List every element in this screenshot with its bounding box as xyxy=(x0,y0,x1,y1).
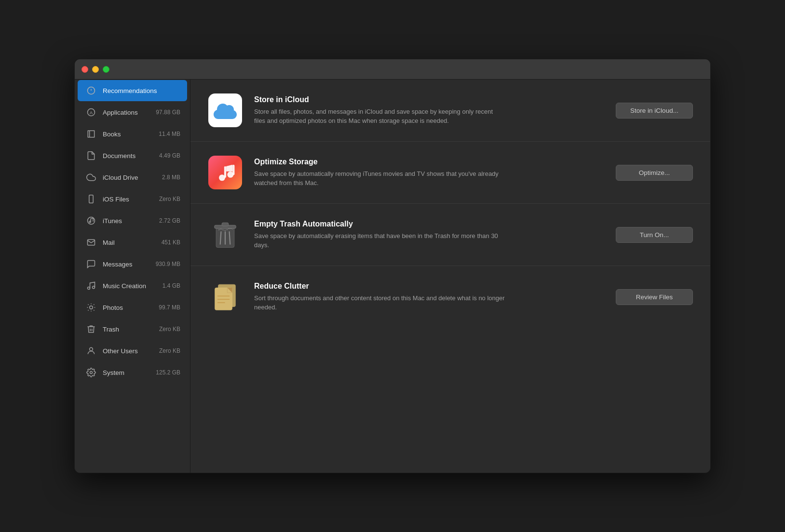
sidebar-size-ios-files: Zero KB xyxy=(159,196,180,202)
sidebar-item-system[interactable]: System125.2 GB xyxy=(78,362,187,383)
rec-desc-empty-trash: Save space by automatically erasing item… xyxy=(254,231,505,250)
rec-button-icloud[interactable]: Store in iCloud... xyxy=(616,103,693,119)
sidebar-label-books: Books xyxy=(103,131,157,138)
sidebar-item-photos[interactable]: Photos99.7 MB xyxy=(78,297,187,318)
sidebar-size-system: 125.2 GB xyxy=(156,369,180,376)
rec-icon-optimize xyxy=(208,155,243,190)
sidebar-label-recommendations: Recommendations xyxy=(103,87,180,94)
sidebar-label-mail: Mail xyxy=(103,239,160,246)
rec-desc-reduce-clutter: Sort through documents and other content… xyxy=(254,293,505,312)
svg-rect-28 xyxy=(232,165,234,175)
sidebar-item-other-users[interactable]: Other UsersZero KB xyxy=(78,340,187,361)
applications-icon: A xyxy=(84,106,98,119)
svg-point-12 xyxy=(93,286,95,289)
recommendation-optimize: Optimize Storage Save space by automatic… xyxy=(190,142,710,204)
mail-icon xyxy=(84,236,98,249)
documents-icon xyxy=(84,149,98,162)
music-icon xyxy=(208,156,242,189)
sidebar-label-messages: Messages xyxy=(103,261,154,268)
sidebar-item-applications[interactable]: A Applications97.88 GB xyxy=(78,102,187,123)
rec-button-empty-trash[interactable]: Turn On... xyxy=(616,227,693,243)
sidebar-item-recommendations[interactable]: Recommendations xyxy=(78,80,187,101)
sidebar-label-system: System xyxy=(103,369,154,376)
trash-icon xyxy=(84,322,98,336)
sidebar-label-ios-files: iOS Files xyxy=(103,196,157,203)
sidebar-label-other-users: Other Users xyxy=(103,347,157,355)
rec-title-optimize: Optimize Storage xyxy=(254,158,604,166)
svg-point-22 xyxy=(90,347,93,351)
rec-desc-icloud: Store all files, photos, and messages in… xyxy=(254,107,505,126)
rec-title-empty-trash: Empty Trash Automatically xyxy=(254,220,604,228)
rec-text-optimize: Optimize Storage Save space by automatic… xyxy=(254,158,604,188)
music-creation-icon xyxy=(84,279,98,293)
svg-rect-26 xyxy=(224,166,226,178)
main-panel: Store in iCloud Store all files, photos,… xyxy=(190,80,710,473)
sidebar-item-mail[interactable]: Mail451 KB xyxy=(78,232,187,253)
photos-icon xyxy=(84,301,98,314)
icloud-icon xyxy=(208,93,242,127)
rec-title-icloud: Store in iCloud xyxy=(254,95,604,104)
sidebar-size-mail: 451 KB xyxy=(162,239,180,246)
svg-rect-31 xyxy=(222,223,229,226)
svg-point-8 xyxy=(88,217,95,225)
svg-point-23 xyxy=(90,372,93,374)
minimize-button[interactable] xyxy=(92,66,99,73)
sidebar-label-icloud-drive: iCloud Drive xyxy=(103,174,160,181)
sidebar-label-music-creation: Music Creation xyxy=(103,282,161,290)
sidebar-item-messages[interactable]: Messages930.9 MB xyxy=(78,253,187,275)
recommendations-icon xyxy=(84,84,98,97)
rec-icon-empty-trash xyxy=(208,217,243,252)
sidebar-item-ios-files[interactable]: iOS FilesZero KB xyxy=(78,188,187,210)
trash-icon xyxy=(211,220,240,249)
sidebar-size-trash: Zero KB xyxy=(159,326,180,332)
svg-line-16 xyxy=(88,305,89,305)
sidebar-size-other-users: Zero KB xyxy=(159,347,180,354)
messages-icon xyxy=(84,257,98,271)
sidebar-label-itunes: iTunes xyxy=(103,217,157,225)
sidebar-size-messages: 930.9 MB xyxy=(156,261,180,267)
sidebar-item-music-creation[interactable]: Music Creation1.4 GB xyxy=(78,275,187,296)
titlebar xyxy=(75,59,710,80)
sidebar-size-icloud-drive: 2.8 MB xyxy=(162,174,180,181)
sidebar-size-photos: 99.7 MB xyxy=(159,304,180,311)
close-button[interactable] xyxy=(81,66,88,73)
recommendation-reduce-clutter: Reduce Clutter Sort through documents an… xyxy=(190,266,710,328)
recommendation-icloud: Store in iCloud Store all files, photos,… xyxy=(190,80,710,142)
itunes-icon xyxy=(84,214,98,227)
sidebar-item-itunes[interactable]: iTunes2.72 GB xyxy=(78,210,187,231)
ios-files-icon xyxy=(84,192,98,206)
sidebar-size-documents: 4.49 GB xyxy=(159,152,180,159)
system-icon xyxy=(84,366,98,379)
svg-text:A: A xyxy=(90,110,93,115)
main-window: Recommendations A Applications97.88 GB B… xyxy=(74,59,711,473)
recommendation-empty-trash: Empty Trash Automatically Save space by … xyxy=(190,204,710,266)
sidebar-item-books[interactable]: Books11.4 MB xyxy=(78,123,187,145)
sidebar-size-applications: 97.88 GB xyxy=(156,109,180,116)
sidebar-item-documents[interactable]: Documents4.49 GB xyxy=(78,145,187,166)
sidebar-size-itunes: 2.72 GB xyxy=(159,217,180,224)
maximize-button[interactable] xyxy=(103,66,109,73)
sidebar: Recommendations A Applications97.88 GB B… xyxy=(75,80,190,473)
rec-button-optimize[interactable]: Optimize... xyxy=(616,165,693,181)
rec-icon-reduce-clutter xyxy=(208,279,243,314)
sidebar-label-photos: Photos xyxy=(103,304,157,311)
sidebar-item-icloud-drive[interactable]: iCloud Drive2.8 MB xyxy=(78,167,187,188)
svg-point-13 xyxy=(90,306,93,309)
sidebar-item-trash[interactable]: TrashZero KB xyxy=(78,319,187,340)
sidebar-size-books: 11.4 MB xyxy=(159,131,180,137)
sidebar-size-music-creation: 1.4 GB xyxy=(162,282,180,289)
sidebar-label-trash: Trash xyxy=(103,326,157,333)
rec-title-reduce-clutter: Reduce Clutter xyxy=(254,282,604,291)
rec-button-reduce-clutter[interactable]: Review Files xyxy=(616,289,693,305)
documents-icon xyxy=(210,282,240,312)
rec-icon-icloud xyxy=(208,93,243,128)
other-users-icon xyxy=(84,344,98,358)
svg-point-11 xyxy=(88,287,90,290)
rec-text-icloud: Store in iCloud Store all files, photos,… xyxy=(254,95,604,126)
rec-text-empty-trash: Empty Trash Automatically Save space by … xyxy=(254,220,604,250)
svg-rect-36 xyxy=(215,288,232,310)
icloud-drive-icon xyxy=(84,171,98,184)
svg-line-17 xyxy=(94,310,94,310)
sidebar-label-applications: Applications xyxy=(103,109,154,116)
svg-rect-6 xyxy=(89,195,93,203)
